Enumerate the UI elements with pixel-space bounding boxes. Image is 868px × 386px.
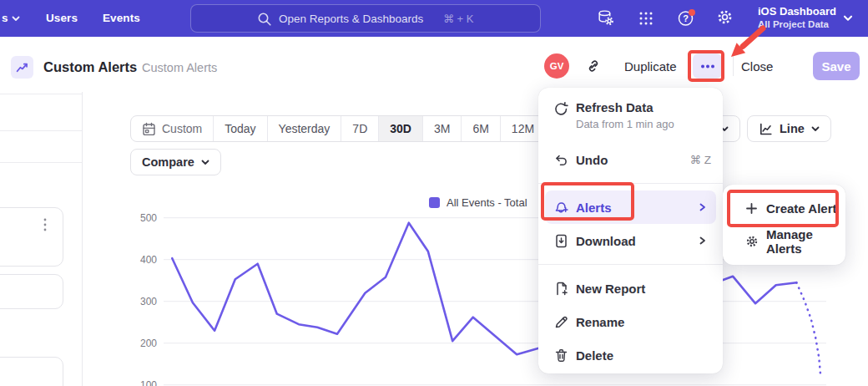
apps-grid-icon[interactable] bbox=[638, 10, 654, 27]
close-button[interactable]: Close bbox=[741, 59, 773, 74]
search-icon bbox=[257, 12, 272, 27]
range-yesterday[interactable]: Yesterday bbox=[267, 116, 341, 141]
menu-item-refresh-data[interactable]: Refresh Data Data from 1 min ago bbox=[545, 94, 716, 143]
svg-text:100: 100 bbox=[140, 379, 157, 386]
nav-item-clipped[interactable]: s bbox=[2, 12, 8, 24]
sidebar-divider bbox=[82, 92, 83, 386]
share-link-icon[interactable] bbox=[585, 58, 602, 74]
plus-icon bbox=[745, 202, 759, 215]
svg-text:400: 400 bbox=[140, 254, 157, 266]
new-report-icon bbox=[553, 281, 569, 297]
trash-icon bbox=[553, 348, 569, 363]
settings-icon[interactable] bbox=[716, 8, 734, 26]
menu-item-download[interactable]: Download bbox=[545, 224, 716, 257]
pencil-icon bbox=[553, 314, 569, 330]
sidebar-row-divider bbox=[0, 162, 82, 163]
submenu-item-create-alert[interactable]: Create Alert bbox=[723, 191, 845, 225]
undo-shortcut: ⌘ Z bbox=[690, 153, 712, 166]
menu-item-rename[interactable]: Rename bbox=[545, 305, 716, 338]
help-icon[interactable]: ? bbox=[676, 8, 697, 28]
nav-item-users[interactable]: Users bbox=[46, 12, 78, 24]
date-range-selector: Custom Today Yesterday 7D 30D 3M 6M 12M bbox=[130, 115, 546, 142]
menu-item-delete[interactable]: Delete bbox=[545, 338, 716, 372]
range-custom[interactable]: Custom bbox=[131, 116, 213, 141]
avatar[interactable]: GV bbox=[544, 53, 569, 79]
chevron-down-icon[interactable] bbox=[843, 15, 853, 22]
top-navbar: s Users Events Open Reports & Dashboards… bbox=[0, 0, 868, 37]
calendar-icon bbox=[142, 122, 156, 136]
chevron-down-icon bbox=[12, 16, 20, 22]
search-shortcut: ⌘ + K bbox=[443, 13, 474, 25]
breadcrumb: Custom Alerts bbox=[142, 61, 217, 74]
header-divider bbox=[733, 56, 734, 76]
download-icon bbox=[553, 233, 569, 249]
more-ellipsis-icon bbox=[699, 63, 717, 69]
chevron-right-icon bbox=[699, 203, 706, 211]
sidebar-row-divider bbox=[0, 130, 82, 131]
search-placeholder: Open Reports & Dashboards bbox=[279, 13, 423, 25]
sidebar-card[interactable] bbox=[0, 357, 63, 386]
range-7d[interactable]: 7D bbox=[341, 116, 378, 141]
range-today[interactable]: Today bbox=[213, 116, 266, 141]
menu-item-new-report[interactable]: New Report bbox=[545, 272, 716, 305]
svg-text:500: 500 bbox=[140, 212, 157, 224]
svg-text:300: 300 bbox=[140, 296, 157, 307]
submenu-item-manage-alerts[interactable]: Manage Alerts bbox=[723, 225, 845, 258]
page-title: Custom Alerts bbox=[43, 59, 137, 75]
sidebar-card[interactable] bbox=[0, 207, 63, 267]
project-scope: All Project Data bbox=[758, 19, 829, 29]
menu-divider bbox=[538, 183, 723, 184]
nav-item-events[interactable]: Events bbox=[103, 12, 140, 24]
legend-label: All Events - Total bbox=[447, 196, 527, 209]
menu-item-alerts[interactable]: Alerts bbox=[545, 190, 716, 224]
more-options-button[interactable] bbox=[693, 53, 722, 79]
compare-button[interactable]: Compare bbox=[130, 149, 221, 175]
app-window: s Users Events Open Reports & Dashboards… bbox=[0, 0, 868, 386]
range-30d[interactable]: 30D bbox=[378, 116, 422, 141]
save-button[interactable]: Save bbox=[813, 52, 860, 80]
menu-item-undo[interactable]: Undo ⌘ Z bbox=[545, 143, 716, 176]
range-3m[interactable]: 3M bbox=[422, 116, 461, 141]
alerts-submenu: Create Alert Manage Alerts bbox=[723, 185, 845, 265]
report-options-menu: Refresh Data Data from 1 min ago Undo ⌘ … bbox=[538, 88, 723, 373]
data-gear-icon[interactable] bbox=[596, 8, 615, 28]
sidebar-card[interactable] bbox=[0, 274, 63, 309]
gear-icon bbox=[745, 235, 759, 248]
range-6m[interactable]: 6M bbox=[461, 116, 499, 141]
undo-icon bbox=[553, 152, 569, 168]
sidebar-row-divider bbox=[0, 94, 82, 94]
chevron-down-icon bbox=[811, 126, 820, 132]
kebab-menu-icon[interactable] bbox=[43, 217, 47, 232]
global-search[interactable]: Open Reports & Dashboards ⌘ + K bbox=[190, 4, 541, 33]
legend-swatch bbox=[429, 197, 440, 208]
svg-text:200: 200 bbox=[140, 338, 157, 349]
chevron-down-icon bbox=[201, 160, 209, 165]
chevron-right-icon bbox=[699, 236, 706, 245]
refresh-icon bbox=[553, 101, 569, 117]
line-chart-icon bbox=[759, 122, 773, 136]
chart-legend: All Events - Total bbox=[429, 196, 527, 209]
bell-plus-icon bbox=[553, 200, 569, 216]
chart-type-button[interactable]: Line bbox=[747, 115, 831, 142]
report-chart-icon bbox=[11, 56, 33, 79]
svg-text:?: ? bbox=[683, 13, 689, 23]
refresh-status: Data from 1 min ago bbox=[576, 118, 674, 130]
project-name[interactable]: iOS Dashboard bbox=[758, 5, 836, 18]
duplicate-button[interactable]: Duplicate bbox=[624, 59, 677, 74]
menu-divider bbox=[538, 264, 723, 265]
